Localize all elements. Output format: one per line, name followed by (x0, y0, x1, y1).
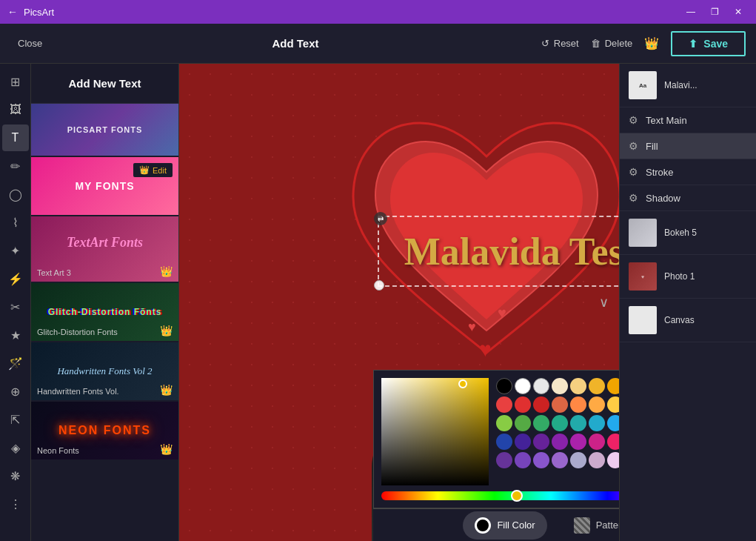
pattern-label: Pattern (596, 520, 619, 531)
swatch-p7[interactable] (607, 452, 619, 468)
swatch-r6[interactable] (589, 396, 605, 413)
swatch-b5[interactable] (570, 434, 586, 450)
photo1-layer-item[interactable]: ♥ Photo 1 (620, 255, 756, 299)
swatch-b1[interactable] (496, 434, 512, 450)
textart-fonts-card[interactable]: TextArt Fonts Text Art 3 👑 (31, 216, 178, 283)
tool-transform[interactable]: ⇱ (2, 406, 29, 433)
my-fonts-card[interactable]: MY FONTS 👑 Edit (31, 157, 178, 216)
tool-more[interactable]: ⋮ (2, 491, 29, 517)
handwritten-crown-icon: 👑 (160, 384, 173, 396)
swatch-r5[interactable] (570, 396, 586, 413)
swatch-r1[interactable] (496, 396, 512, 413)
tool-grid[interactable]: ⊞ (2, 68, 29, 95)
swatch-row-4 (496, 434, 619, 450)
swatch-yellow[interactable] (589, 378, 605, 394)
glitch-fonts-card[interactable]: Glitch-Distortion Fõnts 👑 Glitch-Distort… (31, 283, 178, 342)
swatch-g7[interactable] (607, 415, 619, 431)
tool-wand[interactable]: 🪄 (2, 350, 29, 376)
tool-star[interactable]: ❋ (2, 462, 29, 489)
canvas-layer-item[interactable]: Canvas (620, 299, 756, 342)
tool-text[interactable]: T (2, 125, 29, 151)
swatch-b4[interactable] (552, 434, 568, 450)
swatch-r7[interactable] (607, 396, 619, 413)
swatch-black[interactable] (496, 378, 512, 394)
small-heart-1: ♥ (468, 319, 476, 335)
titlebar: ← PicsArt — ❐ ✕ (0, 0, 756, 24)
maximize-button[interactable]: ❐ (704, 4, 725, 20)
tool-image[interactable]: 🖼 (2, 96, 29, 123)
tool-draw[interactable]: ✏ (2, 153, 29, 179)
tool-brush[interactable]: ⌇ (2, 209, 29, 236)
swatch-r4[interactable] (552, 396, 568, 413)
my-fonts-edit-button[interactable]: 👑 Edit (133, 163, 173, 177)
swatch-white[interactable] (515, 378, 531, 394)
picsart-fonts-card[interactable]: PICSART FONTS (31, 104, 178, 157)
tool-effects[interactable]: ✦ (2, 237, 29, 264)
reset-button[interactable]: ↺ Reset (541, 38, 579, 49)
text-main-item[interactable]: ⚙ Text Main (620, 107, 756, 133)
handwritten-fonts-card[interactable]: Handwritten Fonts Vol 2 👑 Handwritten Fo… (31, 342, 178, 402)
tool-sticker[interactable]: ★ (2, 322, 29, 348)
swatch-g4[interactable] (552, 415, 568, 431)
swatch-b2[interactable] (515, 434, 531, 450)
small-heart-3: ♥ (479, 338, 492, 362)
save-button[interactable]: ⬆ Save (671, 31, 746, 56)
close-button[interactable]: Close (10, 33, 50, 53)
swatch-r2[interactable] (515, 396, 531, 413)
swatch-cream[interactable] (552, 378, 568, 394)
hue-slider[interactable] (381, 491, 619, 500)
tool-crop[interactable]: ✂ (2, 293, 29, 320)
pattern-tab[interactable]: Pattern (562, 511, 619, 540)
swatch-lightyellow[interactable] (570, 378, 586, 394)
text-selection-box[interactable]: Malavida Test ⇄ ↻ ↻ (378, 216, 619, 287)
delete-button[interactable]: 🗑 Delete (591, 38, 633, 49)
swatch-g2[interactable] (515, 415, 531, 431)
scale-bl-handle[interactable] (374, 280, 384, 291)
fill-color-circle (475, 517, 491, 534)
text-layer-item[interactable]: Aa Malavi... (620, 64, 756, 107)
neon-fonts-card[interactable]: NEON FONTS 👑 Neon Fonts (31, 402, 178, 461)
window-close-button[interactable]: ✕ (728, 4, 749, 20)
fill-color-tab[interactable]: Fill Color (463, 511, 546, 540)
neon-text: NEON FONTS (58, 424, 151, 437)
add-new-text-button[interactable]: Add New Text (31, 64, 178, 104)
swatch-g5[interactable] (570, 415, 586, 431)
textart-crown-icon: 👑 (160, 265, 173, 277)
hue-slider-handle[interactable] (511, 490, 523, 502)
swatch-p5[interactable] (570, 452, 586, 468)
swatch-amber[interactable] (607, 378, 619, 394)
stroke-item[interactable]: ⚙ Stroke (620, 159, 756, 185)
gradient-handle[interactable] (458, 379, 467, 388)
fill-color-label: Fill Color (497, 520, 535, 531)
left-font-panel: Add New Text PICSART FONTS MY FONTS 👑 Ed… (31, 64, 179, 541)
stroke-gear-icon: ⚙ (629, 166, 638, 178)
swatch-g1[interactable] (496, 415, 512, 431)
shadow-item[interactable]: ⚙ Shadow (620, 185, 756, 211)
canvas-area[interactable]: ♥ ♥ ♥ Malavida Test ⇄ ↻ ↻ ∨ 360° (179, 64, 619, 541)
swatch-b3[interactable] (533, 434, 549, 450)
tool-adjust[interactable]: ⚡ (2, 265, 29, 292)
swatch-p3[interactable] (533, 452, 549, 468)
tool-filter[interactable]: ◈ (2, 434, 29, 461)
swatch-b6[interactable] (589, 434, 605, 450)
minimize-button[interactable]: — (680, 4, 701, 20)
bokeh5-layer-item[interactable]: Bokeh 5 (620, 211, 756, 255)
canvas-thumb (629, 306, 657, 334)
swatch-p2[interactable] (515, 452, 531, 468)
fill-item[interactable]: ⚙ Fill (620, 133, 756, 159)
swatch-p1[interactable] (496, 452, 512, 468)
canvas-scroll-down[interactable]: ∨ (599, 294, 609, 311)
swatch-g6[interactable] (589, 415, 605, 431)
swatch-g3[interactable] (533, 415, 549, 431)
swatch-b7[interactable] (607, 434, 619, 450)
tool-clone[interactable]: ⊕ (2, 378, 29, 405)
swatch-p6[interactable] (589, 452, 605, 468)
mirror-handle[interactable]: ⇄ (374, 212, 387, 225)
neon-crown-icon: 👑 (160, 443, 173, 455)
tool-shape[interactable]: ◯ (2, 181, 29, 208)
swatch-lightgray[interactable] (533, 378, 549, 394)
color-gradient-box[interactable] (381, 378, 489, 485)
swatch-p4[interactable] (552, 452, 568, 468)
swatch-row-5 (496, 452, 619, 468)
swatch-r3[interactable] (533, 396, 549, 413)
